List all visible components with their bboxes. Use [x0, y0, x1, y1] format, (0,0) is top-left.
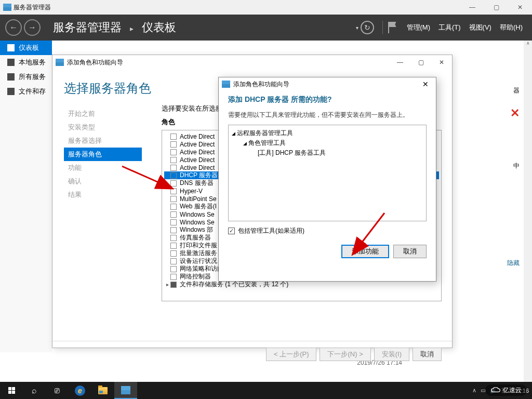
app-icon — [3, 4, 11, 11]
role-checkbox[interactable] — [170, 235, 177, 241]
role-checkbox[interactable] — [170, 134, 177, 140]
tree-item-dhcp-tools[interactable]: [工具] DHCP 服务器工具 — [232, 148, 423, 158]
sidebar-item-file[interactable]: 文件和存 — [0, 84, 52, 99]
sidebar-item-local[interactable]: 本地服务 — [0, 55, 52, 70]
menu-help[interactable]: 帮助(H) — [500, 23, 523, 32]
wizard-step-6: 结果 — [64, 188, 151, 202]
main-sidebar: 仪表板 本地服务 所有服务 文件和存 — [0, 41, 52, 352]
include-tools-label: 包括管理工具(如果适用) — [238, 227, 304, 235]
refresh-button[interactable]: ↻ — [361, 21, 374, 34]
role-checkbox[interactable] — [170, 165, 177, 171]
taskbar: ⌕ ⎚ e ∧ ▭ 🔉 英 17:16 — [0, 382, 532, 399]
role-checkbox[interactable] — [170, 172, 177, 179]
dialog-footer: 添加功能 取消 — [219, 241, 436, 262]
role-checkbox[interactable] — [170, 250, 177, 257]
maximize-button[interactable]: ▢ — [484, 0, 508, 15]
role-checkbox[interactable] — [170, 180, 177, 187]
checkbox-icon[interactable] — [228, 228, 235, 234]
role-checkbox[interactable] — [170, 149, 177, 155]
close-button[interactable]: ✕ — [508, 0, 532, 15]
panel-text-1: 器 — [450, 86, 520, 95]
prev-button[interactable]: < 上一步(P) — [266, 348, 317, 361]
role-checkbox[interactable] — [170, 157, 177, 163]
chevron-right-icon: ▸ — [130, 24, 134, 33]
wizard-step-3[interactable]: 服务器角色 — [64, 148, 142, 161]
tray-up-icon[interactable]: ∧ — [472, 387, 476, 394]
role-checkbox[interactable] — [170, 243, 177, 249]
features-tree[interactable]: 远程服务器管理工具 角色管理工具 [工具] DHCP 服务器工具 — [228, 125, 427, 221]
role-checkbox[interactable] — [170, 258, 177, 264]
ie-button[interactable]: e — [69, 382, 91, 399]
install-button: 安装(I) — [374, 348, 409, 361]
wizard-icon — [56, 59, 64, 66]
role-item[interactable]: ▸文件和存储服务 (1 个已安装，共 12 个) — [164, 281, 439, 288]
titlebar: 服务器管理器 — ▢ ✕ — [0, 0, 532, 15]
refresh-chevron-icon[interactable]: ▾ — [356, 25, 358, 31]
menu-manage[interactable]: 管理(M) — [407, 23, 431, 32]
add-features-button[interactable]: 添加功能 — [341, 245, 389, 258]
back-button[interactable]: ← — [5, 19, 22, 36]
watermark-logo: 亿速云 — [485, 384, 527, 396]
wizard-step-5: 确认 — [64, 175, 151, 188]
server-manager-taskbar-button[interactable] — [114, 382, 137, 399]
menu-view[interactable]: 视图(V) — [469, 23, 491, 32]
next-button[interactable]: 下一步(N) > — [320, 348, 370, 361]
breadcrumb-current: 仪表板 — [142, 21, 176, 34]
wizard-step-0[interactable]: 开始之前 — [64, 107, 151, 121]
start-button[interactable] — [0, 382, 23, 399]
dialog-close-button[interactable]: ✕ — [415, 78, 436, 90]
panel-text-2: 中 — [450, 162, 520, 170]
role-checkbox[interactable] — [170, 219, 177, 225]
explorer-button[interactable] — [91, 382, 114, 399]
wizard-titlebar: 添加角色和功能向导 — ▢ ✕ — [52, 55, 452, 70]
role-checkbox[interactable] — [170, 274, 177, 280]
dialog-titlebar: 添加角色和功能向导 ✕ — [219, 77, 436, 91]
dialog-title: 添加角色和功能向导 — [233, 80, 289, 89]
role-checkbox[interactable] — [170, 188, 177, 194]
role-checkbox[interactable] — [170, 227, 177, 233]
include-tools-checkbox[interactable]: 包括管理工具(如果适用) — [219, 221, 436, 241]
role-checkbox[interactable] — [170, 204, 177, 210]
wizard-title: 添加角色和功能向导 — [67, 58, 123, 67]
right-info-panel: 器 ✕ 中 隐藏 — [447, 83, 523, 208]
header-bar: ← → 服务器管理器 ▸ 仪表板 ▾ ↻ 管理(M) 工具(T) 视图(V) 帮… — [0, 15, 532, 41]
wizard-footer: < 上一步(P) 下一步(N) > 安装(I) 取消 — [52, 341, 452, 367]
scrollbar[interactable] — [524, 41, 532, 382]
role-checkbox[interactable] — [170, 141, 177, 148]
sidebar-item-all[interactable]: 所有服务 — [0, 70, 52, 84]
dialog-cancel-button[interactable]: 取消 — [393, 245, 427, 258]
role-checkbox[interactable] — [170, 282, 177, 288]
watermark-text: 亿速云 — [503, 386, 522, 395]
dialog-text: 需要使用以下工具来管理此功能，但不需要安装在同一服务器上。 — [219, 109, 436, 125]
notifications-flag-icon[interactable] — [388, 22, 397, 33]
tree-item-remote[interactable]: 远程服务器管理工具 — [232, 128, 423, 138]
task-view-button[interactable]: ⎚ — [46, 382, 69, 399]
wizard-step-4: 功能 — [64, 161, 151, 175]
dialog-icon — [222, 81, 230, 88]
sidebar-item-dashboard[interactable]: 仪表板 — [0, 41, 52, 55]
breadcrumb: 服务器管理器 ▸ 仪表板 — [53, 20, 176, 35]
wizard-minimize-button[interactable]: — — [390, 56, 410, 69]
breadcrumb-root[interactable]: 服务器管理器 — [53, 21, 122, 34]
wizard-step-2[interactable]: 服务器选择 — [64, 134, 151, 148]
role-checkbox[interactable] — [170, 266, 177, 272]
error-x-icon: ✕ — [450, 107, 520, 120]
role-checkbox[interactable] — [170, 196, 177, 202]
cancel-button[interactable]: 取消 — [413, 348, 442, 361]
add-features-dialog: 添加角色和功能向导 ✕ 添加 DHCP 服务器 所需的功能? 需要使用以下工具来… — [218, 77, 436, 282]
search-button[interactable]: ⌕ — [23, 382, 46, 399]
wizard-close-button[interactable]: ✕ — [431, 56, 452, 69]
forward-button[interactable]: → — [24, 19, 41, 36]
menu-tools[interactable]: 工具(T) — [438, 23, 461, 32]
window-title: 服务器管理器 — [14, 3, 51, 12]
hide-link[interactable]: 隐藏 — [450, 259, 520, 268]
wizard-steps: 开始之前安装类型服务器选择服务器角色功能确认结果 — [52, 102, 151, 341]
wizard-maximize-button[interactable]: ▢ — [410, 56, 431, 69]
minimize-button[interactable]: — — [460, 0, 484, 15]
tree-item-role-tools[interactable]: 角色管理工具 — [232, 138, 423, 148]
role-checkbox[interactable] — [170, 211, 177, 218]
dialog-heading: 添加 DHCP 服务器 所需的功能? — [219, 91, 436, 109]
wizard-step-1[interactable]: 安装类型 — [64, 121, 151, 134]
